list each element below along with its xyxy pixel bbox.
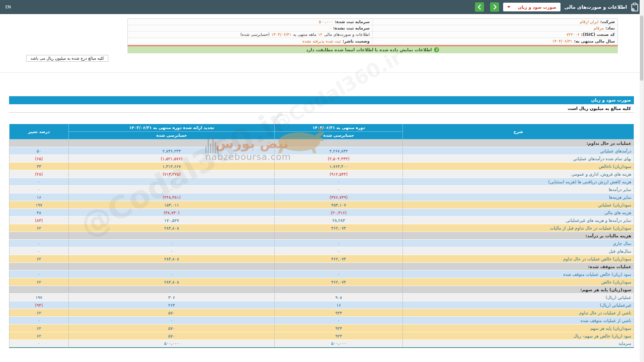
statement-type-dropdown[interactable]: صورت سود و زیان	[503, 3, 560, 11]
value-change-pct	[9, 286, 69, 294]
value-current: ۰	[275, 240, 403, 247]
isic-label: کد صنعت (ISIC):	[581, 32, 615, 37]
value-current: ۹۲۴	[275, 309, 403, 317]
scrollbar[interactable]	[640, 0, 644, 362]
statement-type-value: صورت سود و زیان	[518, 5, 556, 10]
caret-down-icon	[507, 6, 511, 8]
value-current: ۲۸,۲۸۳	[275, 217, 403, 224]
value-change-pct: ۰	[9, 247, 69, 255]
value-prior: ۲۸۴,۸۰۸	[68, 224, 274, 232]
value-prior: ۲۶۴	[68, 301, 274, 309]
value-current: (۲۰,۳۱۶)	[275, 209, 403, 217]
company-info-row: شرکت: ایران ارقام سرمایه ثبت شده: ۵۰۰,۰۰…	[128, 19, 618, 25]
value-change-pct: (۸۳)	[9, 217, 69, 224]
value-change-pct: ۱۶	[9, 193, 69, 201]
ticker-value: مرقام	[594, 26, 604, 31]
row-label: سود(زیان) ناخالص	[403, 163, 634, 170]
value-prior: ۱,۳۱۴,۶۶۷	[68, 163, 274, 170]
value-prior: ۰	[68, 317, 274, 324]
col-subheader-audited-prior: حسابرسی شده	[68, 132, 274, 139]
value-change-pct	[9, 232, 69, 240]
amounts-unit-note: کلیه مبالغ درج شده به میلیون ریال می باش…	[26, 55, 108, 62]
page-title: اطلاعات و صورت‌های مالی	[565, 4, 627, 10]
company-info-table: شرکت: ایران ارقام سرمایه ثبت شده: ۵۰۰,۰۰…	[127, 18, 618, 45]
issuer-status-value: ثبت شده پذیرفته نشده	[302, 39, 341, 44]
company-name-cell: شرکت: ایران ارقام	[373, 19, 618, 25]
value-current: ۰	[275, 178, 403, 186]
value-current: ۴۶۲,۰۷۴	[275, 224, 403, 232]
scrollbar-thumb[interactable]	[640, 15, 643, 81]
value-current: ۰	[275, 317, 403, 324]
company-name-value: ایران ارقام	[580, 19, 598, 24]
value-change-pct: ۶۲	[9, 255, 69, 263]
row-label: ناشي از عملیات در حال تداوم	[403, 309, 634, 317]
row-label: هزینه کاهش ارزش دریافتنی ها (هزینه استثن…	[403, 178, 634, 186]
statement-period-mid: ماهه منتهی به	[293, 32, 316, 37]
clipboard-icon	[631, 3, 639, 12]
table-row: سود(زیان) ناخالص ۱,۷۶۳,۴۰۰ ۱,۳۱۴,۶۶۷ ۳۳	[9, 163, 634, 170]
value-current: (۲,۵۰۴,۴۳۲)	[275, 155, 403, 163]
info-icon: i	[434, 47, 439, 52]
row-label: سود(زیان) خالص	[403, 278, 634, 286]
value-change-pct: ۰	[9, 270, 69, 278]
value-current: ۹۰۸	[275, 294, 403, 301]
value-current: ۰	[275, 247, 403, 255]
table-row: سود(زیان) پایه هر سهم ۹۲۴ ۵۷۰ ۶۲	[9, 324, 634, 332]
value-change-pct: ۶۲	[9, 278, 69, 286]
value-current	[275, 139, 403, 147]
row-label: سود (زیان) خالص عملیات متوقف شده	[403, 270, 634, 278]
table-row: سود(زیان) خالص عملیات در حال تداوم ۴۶۲,۰…	[9, 255, 634, 263]
table-row: سود(زیان) عملیاتي ۴۵۴,۱۰۷ ۱۵۳,۰۱۱ ۱۹۷	[9, 201, 634, 209]
issuer-status-cell: وضعیت ناشر: ثبت شده پذیرفته نشده	[128, 38, 373, 44]
signed-info-alert: i اطلاعات نمایش داده شده با اطلاعات امضا…	[127, 45, 618, 53]
value-prior	[68, 232, 274, 240]
value-change-pct	[9, 139, 69, 147]
value-current: ۹۲۴	[275, 324, 403, 332]
value-current: ۰	[275, 270, 403, 278]
row-label: درآمدهاي عملياتي	[403, 147, 634, 155]
row-label: هزینه مالیات بر درآمد:	[403, 232, 634, 240]
row-label: سال جاري	[403, 240, 634, 247]
col-header-period-prior: تجدید ارائه شده دوره منتهی به ۱۴۰۳/۰۶/۳۱	[68, 124, 274, 132]
value-change-pct: (۲۸)	[9, 170, 69, 178]
unregistered-capital-label: سرمایه ثبت نشده:	[333, 26, 370, 31]
statement-period-cell: اطلاعات و صورت‌های مالی ۱۲ ماهه منتهی به…	[128, 32, 373, 38]
value-prior: ۱۵۳,۰۱۱	[68, 201, 274, 209]
company-info-row: کد صنعت (ISIC): ۷۲۲۰۰۶ اطلاعات و صورت‌ها…	[128, 32, 618, 38]
table-row: سود (زیان) خالص عملیات متوقف شده ۰ ۰ ۰	[9, 270, 634, 278]
value-current: ۱۶	[275, 301, 403, 309]
statement-period-suffix: (حسابرسی شده)	[240, 32, 270, 37]
value-current: (۹۱۲,۵۴۴)	[275, 170, 403, 178]
row-label: ناشي از عملیات متوقف شده	[403, 317, 634, 324]
spacer	[9, 113, 634, 124]
value-prior: ۳۰۶	[68, 294, 274, 301]
income-statement-table: شرح دوره منتهی به ۱۴۰۴/۰۶/۳۱ تجدید ارائه…	[9, 124, 634, 348]
ticker-label: نماد:	[605, 26, 615, 31]
fiscal-year-value: ۱۴۰۴/۰۶/۳۱	[552, 39, 573, 44]
value-prior: ۵۷۰	[68, 324, 274, 332]
prev-statement-button[interactable]	[475, 2, 484, 12]
value-change-pct: ۱۹۷	[9, 201, 69, 209]
statement-title: صورت سود و زیان	[9, 96, 634, 104]
income-statement-section: صورت سود و زیان کلیه مبالغ به میلیون ریا…	[9, 96, 634, 348]
statement-period-date: ۱۴۰۴/۰۶/۳۱	[271, 32, 291, 37]
value-change-pct: ۰	[9, 240, 69, 247]
table-row: سود(زیان) عملیات در حال تداوم قبل از مال…	[9, 224, 634, 232]
row-label: سایر درآمدها	[403, 186, 634, 193]
table-row: عملیات متوقف شده:	[9, 263, 634, 270]
row-label: غیرعملیاتي (ریال)	[403, 301, 634, 309]
value-prior: ۲۸۴,۸۰۸	[68, 255, 274, 263]
fiscal-year-label: سال مالی منتهی به:	[574, 39, 615, 44]
table-row: سال‌هاي قبل ۰ ۰ ۰	[9, 247, 634, 255]
table-row: هزینه کاهش ارزش دریافتنی ها (هزینه استثن…	[9, 178, 634, 186]
value-change-pct: ۰	[9, 340, 69, 348]
value-prior: ۱۷۰,۵۲۷	[68, 217, 274, 224]
next-statement-button[interactable]	[490, 2, 499, 12]
row-label: سود(زیان) پایه هر سهم:	[403, 286, 634, 294]
row-label: عملیاتي (ریال)	[403, 294, 634, 301]
value-change-pct	[9, 263, 69, 270]
row-label: سود(زیان) عملیات در حال تداوم قبل از مال…	[403, 224, 634, 232]
fiscal-year-cell: سال مالی منتهی به: ۱۴۰۴/۰۶/۳۱	[373, 38, 618, 44]
value-current	[275, 286, 403, 294]
language-toggle[interactable]: EN	[5, 5, 11, 9]
